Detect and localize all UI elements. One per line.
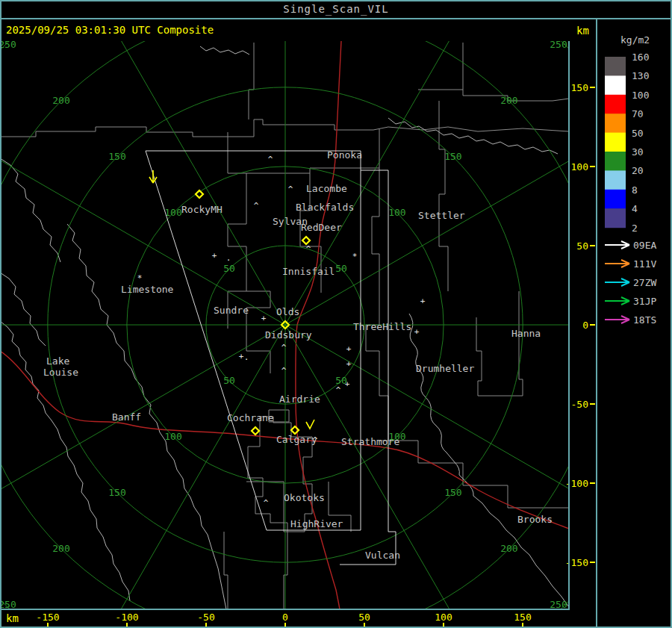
terrain-boundary (67, 224, 226, 609)
place-label: Calgary (276, 434, 317, 445)
county-boundary (224, 532, 228, 609)
terrain-boundary (0, 321, 77, 474)
place-label: Drumheller (416, 363, 474, 374)
spot-marker: + (212, 251, 217, 261)
spot-marker: ^ (268, 155, 273, 164)
spot-marker: + (345, 379, 350, 389)
colorbar-swatch (605, 190, 626, 209)
storm-track-id: 09EA (633, 240, 656, 251)
right-axis-tick-label: 150 (571, 82, 588, 93)
titlebar-divider (0, 18, 672, 19)
colorbar-swatch (605, 114, 626, 133)
range-ring-label: 200 (500, 543, 517, 554)
right-axis-tick-label: -50 (571, 399, 588, 410)
place-label: Banff (112, 411, 141, 423)
storm-track-id: 111V (633, 258, 656, 270)
radar-map-plot[interactable]: 5050505010010010010015015015015020020020… (0, 0, 672, 628)
place-label: Cochrane (227, 412, 274, 423)
place-label: Blackfalds (296, 202, 354, 213)
county-boundary (249, 43, 254, 119)
place-label: Hanna (511, 328, 541, 339)
spot-marker: ^ (254, 201, 259, 211)
place-label: Okotoks (284, 492, 325, 503)
place-label: Sundre (214, 305, 249, 316)
plot-right-border (568, 41, 570, 610)
colorbar-swatch (605, 170, 626, 190)
place-label: RockyMH (181, 204, 223, 215)
range-ring-label: 250 (0, 39, 16, 50)
bottom-axis-tick-label: -100 (115, 612, 138, 623)
terrain-boundary (200, 46, 249, 55)
place-label: Strathmore (341, 436, 399, 447)
radar-scene[interactable]: 5050505010010010010015015015015020020020… (0, 0, 672, 628)
right-axis-tick-label: 0 (582, 320, 588, 331)
place-label: RedDeer (301, 222, 342, 233)
range-ring-label: 150 (108, 151, 125, 162)
range-ring-label: 50 (223, 375, 235, 386)
colorbar-value: 4 (632, 203, 638, 214)
spot-marker: ^ (336, 385, 341, 395)
colorbar-value: 100 (632, 90, 649, 101)
azimuth-radial-line (61, 0, 285, 325)
colorbar-value: 20 (632, 165, 644, 176)
colorbar-value: 30 (632, 146, 644, 158)
range-ring-label: 200 (52, 95, 69, 106)
radar-application-window: Single_Scan_VIL 2025/09/25 03:01:30 UTC … (0, 0, 672, 628)
colorbar-swatch (605, 95, 626, 114)
azimuth-radial-line (285, 325, 509, 628)
spot-marker: * (352, 252, 358, 261)
range-ring-label: 150 (108, 487, 125, 498)
spot-marker: + (420, 296, 426, 306)
title-bar: Single_Scan_VIL (0, 0, 672, 18)
colorbar-swatch (605, 133, 626, 152)
scan-timestamp: 2025/09/25 03:01:30 UTC Composite (6, 24, 214, 36)
range-ring-label: 150 (444, 487, 461, 498)
place-label: HighRiver (290, 518, 343, 529)
place-label: Brooks (517, 514, 553, 525)
place-label: Vulcan (365, 550, 400, 561)
plot-bottom-border (0, 609, 569, 610)
azimuth-radial-line (61, 325, 285, 628)
colorbar-swatch (605, 57, 626, 76)
right-axis-unit-label: km (576, 25, 589, 37)
spot-marker: . (226, 253, 231, 263)
place-label: Airdrie (279, 394, 320, 405)
spot-marker: . (244, 352, 249, 362)
spot-marker: + (346, 344, 352, 354)
county-boundary (379, 441, 569, 508)
colorbar-swatch (605, 75, 626, 95)
storm-track-id: 27ZW (633, 277, 656, 288)
right-axis-tick-label: 50 (576, 240, 588, 252)
colorbar-value: 130 (632, 70, 649, 81)
spot-marker: ^ (281, 366, 287, 376)
colorbar-value: 160 (632, 52, 649, 63)
terrain-boundary (0, 273, 46, 346)
range-ring-label: 50 (335, 263, 347, 274)
place-label: Stettler (418, 210, 465, 221)
spot-marker: + (414, 327, 420, 337)
spot-marker: + (239, 352, 244, 361)
storm-cell-marker (252, 427, 259, 435)
bottom-axis-tick-label: 150 (514, 612, 531, 623)
place-label: Olds (276, 306, 299, 317)
bottom-axis-tick-label: 50 (358, 612, 370, 623)
range-ring-label: 200 (52, 543, 69, 554)
place-label: ThreeHills (353, 321, 411, 332)
spot-marker: * (137, 273, 143, 283)
county-boundary (418, 90, 569, 101)
storm-track-id: 31JP (633, 296, 656, 307)
place-label: Ponoka (327, 149, 362, 161)
storm-motion-arrow (149, 170, 157, 183)
place-label: Louise (43, 367, 78, 378)
range-ring-label: 150 (444, 151, 461, 162)
colorbar-unit-label: kg/m2 (620, 34, 650, 46)
bottom-axis-tick-label: 100 (435, 612, 452, 623)
storm-cell-marker (302, 237, 310, 244)
county-boundary (439, 101, 448, 291)
window-title: Single_Scan_VIL (283, 3, 388, 15)
terrain-boundary (0, 158, 60, 262)
range-ring-label: 100 (164, 207, 181, 218)
county-boundary (366, 128, 388, 441)
place-label: Limestone (121, 284, 174, 295)
colorbar-swatch (605, 152, 626, 171)
